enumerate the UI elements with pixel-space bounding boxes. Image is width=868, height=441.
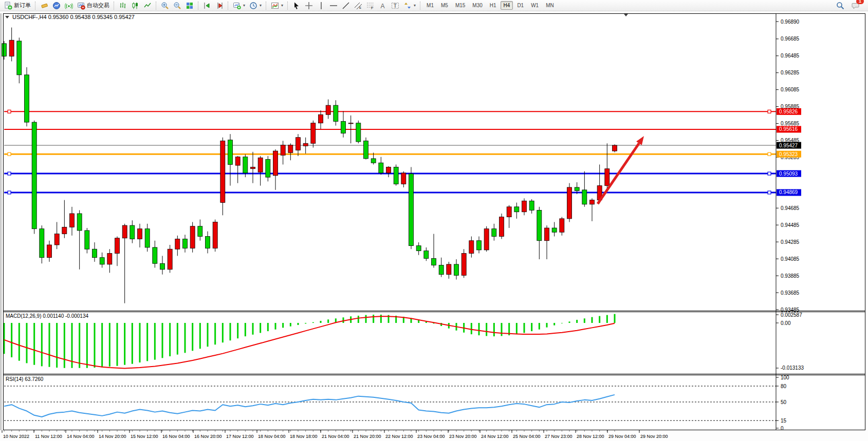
line-handle[interactable] (768, 172, 771, 175)
candle-body (40, 229, 44, 258)
auto-trading-button[interactable]: 自动交易 (75, 0, 112, 11)
line-handle[interactable] (768, 152, 771, 156)
clock-icon (249, 2, 257, 10)
zoom-in-button[interactable] (159, 0, 171, 11)
price-badge-label: 0.95323 (779, 151, 798, 157)
line-handle[interactable] (768, 191, 771, 194)
candle-body (537, 210, 542, 240)
bar-chart-button[interactable] (117, 0, 129, 11)
candle-body (198, 226, 202, 237)
tab-timeframe-H1[interactable]: H1 (487, 1, 500, 10)
horizontal-line-button[interactable] (327, 0, 340, 11)
macd-histogram-bar (275, 323, 276, 330)
chart-shift-button[interactable] (213, 0, 226, 11)
line-handle[interactable] (768, 110, 771, 113)
time-label: 18 Nov 04:00 (258, 434, 286, 439)
chart-title: USDCHF-,H4 0.95360 0.95438 0.95345 0.954… (12, 14, 135, 20)
candle-body (100, 258, 104, 264)
macd-histogram-bar (162, 323, 163, 358)
macd-histogram-bar (546, 323, 548, 328)
mt4-window: { "toolbar": { "new_order_label": "新订单",… (0, 0, 868, 441)
chart-area[interactable]: USDCHF-,H4 0.95360 0.95438 0.95345 0.954… (0, 11, 868, 441)
macd-histogram-bar (327, 319, 329, 323)
tab-timeframe-MN[interactable]: MN (543, 1, 557, 10)
candle-body (401, 173, 406, 184)
macd-axis-label: 0.00 (781, 320, 791, 326)
macd-histogram-bar (177, 323, 178, 355)
price-tick-label: 0.93685 (781, 290, 800, 296)
tab-timeframe-H4[interactable]: H4 (501, 1, 513, 10)
macd-histogram-bar (501, 323, 503, 336)
auto-scroll-button[interactable] (201, 0, 213, 11)
chevron-down-icon: ▾ (243, 3, 245, 8)
macd-histogram-bar (553, 323, 555, 325)
candlestick-icon (131, 2, 139, 10)
indicators-button[interactable]: ▾ (269, 0, 285, 11)
styles-button[interactable] (38, 0, 50, 11)
line-handle[interactable] (8, 110, 11, 113)
candle-body (115, 238, 120, 254)
indicators-icon (271, 2, 279, 10)
candle-body (85, 231, 89, 249)
market-watch-button[interactable] (50, 0, 63, 11)
separator (420, 2, 421, 10)
price-tick-label: 0.96085 (781, 87, 800, 92)
candle-body (220, 141, 225, 202)
candle-body (213, 222, 217, 248)
macd-histogram-bar (192, 323, 193, 351)
search-button[interactable] (834, 0, 846, 11)
arrows-button[interactable]: ▾ (401, 0, 418, 11)
profiles-button[interactable]: ▾ (247, 0, 264, 11)
tab-timeframe-M15[interactable]: M15 (452, 1, 468, 10)
trendline-button[interactable] (340, 0, 352, 11)
candle-body (529, 201, 534, 210)
fibonacci-button[interactable]: F (364, 0, 377, 11)
rsi-axis-label: 15 (781, 418, 787, 424)
crosshair-button[interactable] (303, 0, 315, 11)
chart-canvas[interactable]: USDCHF-,H4 0.95360 0.95438 0.95345 0.954… (0, 12, 868, 441)
time-label: 17 Nov 12:00 (226, 434, 254, 439)
zoom-out-button[interactable] (171, 0, 183, 11)
tile-windows-button[interactable] (183, 0, 196, 11)
price-badge-label: 0.95826 (779, 109, 798, 114)
bar-chart-icon (119, 2, 127, 10)
auto-trading-icon (77, 2, 85, 10)
new-chart-button[interactable]: ▾ (231, 0, 247, 11)
separator (35, 2, 36, 10)
time-label: 14 Nov 04:00 (67, 434, 95, 439)
candle-body (62, 227, 67, 234)
tab-timeframe-W1[interactable]: W1 (528, 1, 542, 10)
text-button[interactable]: A (377, 0, 389, 11)
candlestick-button[interactable] (129, 0, 141, 11)
candle-body (77, 214, 82, 231)
line-handle[interactable] (8, 191, 11, 194)
tab-timeframe-D1[interactable]: D1 (514, 1, 527, 10)
time-label: 27 Nov 23:00 (545, 434, 572, 439)
candle-body (590, 200, 595, 204)
cursor-button[interactable] (290, 0, 303, 11)
tab-timeframe-M1[interactable]: M1 (423, 1, 437, 10)
tab-timeframe-M5[interactable]: M5 (438, 1, 451, 10)
macd-histogram-bar (117, 323, 118, 366)
tab-timeframe-M30[interactable]: M30 (469, 1, 485, 10)
signals-button[interactable] (63, 0, 75, 11)
price-tick-label: 0.96890 (781, 19, 800, 25)
macd-histogram-bar (267, 323, 269, 331)
notifications-button[interactable]: 1 (849, 0, 862, 11)
vertical-line-button[interactable] (315, 0, 327, 11)
signal-icon (65, 2, 73, 10)
new-chart-icon (233, 2, 241, 10)
price-tick-label: 0.96685 (781, 36, 800, 42)
line-handle[interactable] (8, 172, 11, 175)
channel-button[interactable]: E (352, 0, 364, 11)
candle-body (552, 228, 557, 232)
macd-histogram-bar (252, 323, 254, 335)
line-handle[interactable] (8, 152, 11, 156)
macd-histogram-bar (606, 315, 608, 323)
svg-text:A: A (381, 2, 385, 9)
candle-body (107, 253, 112, 264)
text-label-button[interactable]: T (389, 0, 401, 11)
new-order-button[interactable]: 新订单 (2, 0, 33, 11)
candle-body (25, 75, 29, 122)
line-chart-button[interactable] (141, 0, 154, 11)
